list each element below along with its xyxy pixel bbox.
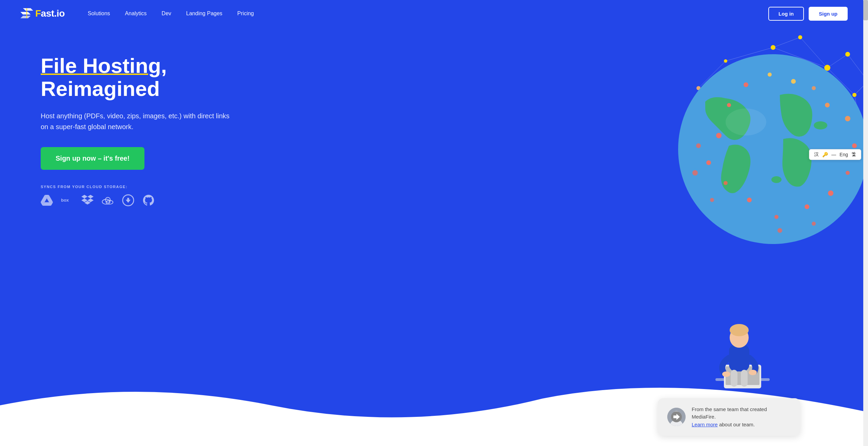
logo-link[interactable]: Fast.io (20, 8, 65, 19)
bottom-card-text: From the same team that created MediaFir… (692, 406, 791, 429)
hero-title-main: File Hosting (41, 54, 161, 77)
cta-button[interactable]: Sign up now – it's free! (41, 147, 144, 170)
svg-point-32 (724, 59, 727, 63)
svg-point-56 (727, 103, 731, 107)
box-icon: box (61, 194, 73, 206)
logo-text: Fast.io (35, 8, 65, 19)
svg-point-29 (852, 93, 856, 97)
translate-key-icon: 🔑 (822, 152, 828, 157)
svg-point-55 (744, 82, 748, 87)
svg-point-45 (774, 215, 778, 219)
svg-point-46 (805, 204, 809, 209)
logo-icon (20, 8, 33, 19)
svg-point-60 (777, 228, 782, 233)
nav-dev[interactable]: Dev (156, 8, 177, 19)
svg-point-67 (730, 324, 749, 336)
hero-section: Fast.io Solutions Analytics Dev Landing … (0, 0, 868, 446)
svg-marker-0 (23, 8, 33, 11)
svg-text:box: box (61, 198, 69, 203)
nav-analytics[interactable]: Analytics (119, 8, 153, 19)
bottom-card: From the same team that created MediaFir… (658, 398, 800, 436)
sync-icons: box (41, 194, 258, 206)
nav-actions: Log in Sign up (768, 7, 848, 21)
svg-marker-1 (20, 12, 31, 15)
bottom-card-part2: about our team. (718, 422, 755, 427)
translate-flag-icon: 🏝 (851, 152, 856, 157)
svg-point-49 (852, 143, 857, 148)
svg-point-57 (696, 143, 701, 148)
onedrive-icon (102, 194, 114, 206)
translate-separator: — (831, 152, 836, 157)
svg-point-69 (749, 370, 757, 375)
svg-rect-70 (731, 370, 737, 387)
svg-point-48 (846, 171, 850, 175)
svg-point-58 (692, 170, 698, 176)
svg-point-44 (747, 198, 752, 202)
svg-point-59 (710, 198, 714, 202)
svg-line-21 (827, 54, 848, 68)
bottom-card-link[interactable]: Learn more (692, 422, 718, 427)
svg-marker-5 (81, 195, 87, 199)
svg-point-38 (814, 121, 827, 129)
hero-content: File Hosting, Reimagined Host anything (… (0, 0, 258, 206)
hero-subtitle: Host anything (PDFs, video, zips, images… (41, 110, 237, 132)
nav-solutions[interactable]: Solutions (82, 8, 116, 19)
nav-landing-pages[interactable]: Landing Pages (180, 8, 229, 19)
nav-pricing[interactable]: Pricing (231, 8, 260, 19)
svg-point-42 (706, 160, 711, 165)
syncs-label: SYNCS FROM YOUR CLOUD STORAGE: (41, 185, 258, 189)
translate-en-label: Eng (840, 152, 848, 157)
svg-point-61 (812, 222, 816, 226)
navbar: Fast.io Solutions Analytics Dev Landing … (0, 0, 868, 27)
github-icon (142, 194, 155, 206)
translate-cn-label: 汉 (814, 151, 819, 158)
svg-point-43 (724, 181, 728, 185)
person-illustration (705, 317, 773, 405)
svg-marker-2 (20, 16, 31, 19)
svg-point-34 (845, 52, 850, 57)
bottom-card-part1: From the same team that created MediaFir… (692, 406, 767, 420)
svg-point-47 (828, 190, 833, 196)
globe-illustration (658, 27, 868, 258)
svg-point-27 (771, 45, 775, 50)
svg-point-50 (845, 116, 850, 121)
svg-point-54 (768, 73, 772, 77)
bottom-card-avatar (667, 408, 686, 426)
hero-title: File Hosting, Reimagined (41, 54, 258, 100)
google-drive-icon (41, 194, 53, 206)
svg-point-39 (771, 176, 782, 183)
signup-nav-button[interactable]: Sign up (809, 7, 848, 21)
svg-point-52 (812, 86, 816, 90)
svg-point-53 (791, 79, 796, 84)
nav-links: Solutions Analytics Dev Landing Pages Pr… (82, 8, 768, 19)
svg-point-40 (726, 108, 766, 136)
scrollbar-thumb[interactable] (863, 0, 868, 20)
translate-widget[interactable]: 汉 🔑 — Eng 🏝 (809, 149, 861, 160)
svg-marker-6 (87, 195, 94, 199)
dropbox-icon (81, 194, 94, 206)
scrollbar[interactable] (863, 0, 868, 446)
svg-point-41 (716, 133, 722, 138)
svg-point-68 (722, 371, 730, 377)
login-button[interactable]: Log in (768, 7, 804, 21)
svg-point-36 (798, 35, 802, 39)
svg-line-23 (773, 37, 800, 47)
svg-rect-71 (741, 370, 748, 387)
pcloud-icon (122, 194, 134, 206)
svg-point-51 (825, 103, 830, 107)
